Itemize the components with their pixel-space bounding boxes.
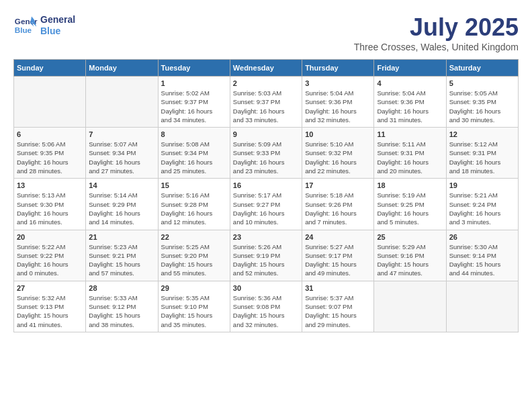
day-number: 13	[17, 181, 83, 189]
header-thursday: Thursday	[302, 60, 374, 77]
day-number: 9	[233, 130, 299, 138]
day-info: Sunrise: 5:27 AM Sunset: 9:17 PM Dayligh…	[305, 242, 371, 278]
calendar-cell: 29Sunrise: 5:35 AM Sunset: 9:10 PM Dayli…	[158, 281, 230, 332]
day-number: 31	[305, 284, 371, 292]
header-saturday: Saturday	[446, 60, 518, 77]
logo-line1: General	[40, 14, 75, 26]
calendar-cell: 6Sunrise: 5:06 AM Sunset: 9:35 PM Daylig…	[14, 128, 86, 179]
calendar-cell: 31Sunrise: 5:37 AM Sunset: 9:07 PM Dayli…	[302, 281, 374, 332]
title-block: July 2025 Three Crosses, Wales, United K…	[354, 13, 519, 52]
day-number: 1	[161, 79, 227, 87]
week-row-3: 20Sunrise: 5:22 AM Sunset: 9:22 PM Dayli…	[14, 230, 519, 281]
day-number: 29	[161, 284, 227, 292]
header-tuesday: Tuesday	[158, 60, 230, 77]
day-number: 12	[449, 130, 515, 138]
day-info: Sunrise: 5:21 AM Sunset: 9:24 PM Dayligh…	[449, 191, 515, 226]
day-number: 2	[233, 79, 299, 87]
day-number: 24	[305, 233, 371, 241]
calendar-cell: 3Sunrise: 5:04 AM Sunset: 9:36 PM Daylig…	[302, 77, 374, 128]
header-wednesday: Wednesday	[230, 60, 302, 77]
calendar-cell: 14Sunrise: 5:14 AM Sunset: 9:29 PM Dayli…	[86, 179, 158, 230]
day-info: Sunrise: 5:02 AM Sunset: 9:37 PM Dayligh…	[161, 89, 227, 124]
calendar-cell: 25Sunrise: 5:29 AM Sunset: 9:16 PM Dayli…	[374, 230, 446, 281]
day-info: Sunrise: 5:10 AM Sunset: 9:32 PM Dayligh…	[305, 140, 371, 175]
calendar-cell: 11Sunrise: 5:11 AM Sunset: 9:31 PM Dayli…	[374, 128, 446, 179]
day-info: Sunrise: 5:37 AM Sunset: 9:07 PM Dayligh…	[305, 293, 371, 329]
week-row-1: 6Sunrise: 5:06 AM Sunset: 9:35 PM Daylig…	[14, 128, 519, 179]
day-number: 23	[233, 233, 299, 241]
calendar-cell: 24Sunrise: 5:27 AM Sunset: 9:17 PM Dayli…	[302, 230, 374, 281]
logo: General Blue General Blue	[13, 13, 75, 38]
day-number: 28	[89, 284, 154, 292]
day-info: Sunrise: 5:35 AM Sunset: 9:10 PM Dayligh…	[161, 293, 227, 329]
day-number: 14	[89, 181, 154, 189]
day-info: Sunrise: 5:16 AM Sunset: 9:28 PM Dayligh…	[161, 191, 227, 226]
day-number: 19	[449, 181, 515, 189]
day-info: Sunrise: 5:19 AM Sunset: 9:25 PM Dayligh…	[377, 191, 443, 226]
calendar-cell	[86, 77, 158, 128]
day-number: 21	[89, 233, 154, 241]
calendar-cell: 18Sunrise: 5:19 AM Sunset: 9:25 PM Dayli…	[374, 179, 446, 230]
day-info: Sunrise: 5:05 AM Sunset: 9:35 PM Dayligh…	[449, 89, 515, 124]
calendar: SundayMondayTuesdayWednesdayThursdayFrid…	[13, 59, 519, 332]
header-friday: Friday	[374, 60, 446, 77]
calendar-cell	[374, 281, 446, 332]
calendar-cell: 13Sunrise: 5:13 AM Sunset: 9:30 PM Dayli…	[14, 179, 86, 230]
calendar-cell: 21Sunrise: 5:23 AM Sunset: 9:21 PM Dayli…	[86, 230, 158, 281]
calendar-cell: 20Sunrise: 5:22 AM Sunset: 9:22 PM Dayli…	[14, 230, 86, 281]
day-info: Sunrise: 5:08 AM Sunset: 9:34 PM Dayligh…	[161, 140, 227, 175]
day-info: Sunrise: 5:18 AM Sunset: 9:26 PM Dayligh…	[305, 191, 371, 226]
calendar-cell: 19Sunrise: 5:21 AM Sunset: 9:24 PM Dayli…	[446, 179, 518, 230]
day-info: Sunrise: 5:04 AM Sunset: 9:36 PM Dayligh…	[305, 89, 371, 124]
day-info: Sunrise: 5:36 AM Sunset: 9:08 PM Dayligh…	[233, 293, 299, 329]
logo-icon: General Blue	[13, 13, 38, 38]
calendar-cell: 4Sunrise: 5:04 AM Sunset: 9:36 PM Daylig…	[374, 77, 446, 128]
header-sunday: Sunday	[14, 60, 86, 77]
day-info: Sunrise: 5:23 AM Sunset: 9:21 PM Dayligh…	[89, 242, 154, 278]
day-info: Sunrise: 5:06 AM Sunset: 9:35 PM Dayligh…	[17, 140, 83, 175]
calendar-cell: 10Sunrise: 5:10 AM Sunset: 9:32 PM Dayli…	[302, 128, 374, 179]
day-number: 4	[377, 79, 443, 87]
location: Three Crosses, Wales, United Kingdom	[354, 42, 519, 52]
calendar-cell: 7Sunrise: 5:07 AM Sunset: 9:34 PM Daylig…	[86, 128, 158, 179]
day-number: 20	[17, 233, 83, 241]
calendar-header: SundayMondayTuesdayWednesdayThursdayFrid…	[14, 60, 519, 77]
day-info: Sunrise: 5:13 AM Sunset: 9:30 PM Dayligh…	[17, 191, 83, 226]
day-info: Sunrise: 5:26 AM Sunset: 9:19 PM Dayligh…	[233, 242, 299, 278]
day-info: Sunrise: 5:22 AM Sunset: 9:22 PM Dayligh…	[17, 242, 83, 278]
calendar-cell: 12Sunrise: 5:12 AM Sunset: 9:31 PM Dayli…	[446, 128, 518, 179]
day-number: 3	[305, 79, 371, 87]
day-info: Sunrise: 5:33 AM Sunset: 9:12 PM Dayligh…	[89, 293, 154, 329]
day-info: Sunrise: 5:32 AM Sunset: 9:13 PM Dayligh…	[17, 293, 83, 329]
day-number: 25	[377, 233, 443, 241]
calendar-cell: 8Sunrise: 5:08 AM Sunset: 9:34 PM Daylig…	[158, 128, 230, 179]
day-number: 6	[17, 130, 83, 138]
day-info: Sunrise: 5:14 AM Sunset: 9:29 PM Dayligh…	[89, 191, 154, 226]
day-info: Sunrise: 5:29 AM Sunset: 9:16 PM Dayligh…	[377, 242, 443, 278]
calendar-cell	[14, 77, 86, 128]
day-number: 5	[449, 79, 515, 87]
day-number: 10	[305, 130, 371, 138]
calendar-cell: 15Sunrise: 5:16 AM Sunset: 9:28 PM Dayli…	[158, 179, 230, 230]
day-number: 11	[377, 130, 443, 138]
day-number: 27	[17, 284, 83, 292]
calendar-cell: 27Sunrise: 5:32 AM Sunset: 9:13 PM Dayli…	[14, 281, 86, 332]
day-number: 26	[449, 233, 515, 241]
day-info: Sunrise: 5:17 AM Sunset: 9:27 PM Dayligh…	[233, 191, 299, 226]
calendar-cell	[446, 281, 518, 332]
calendar-cell: 17Sunrise: 5:18 AM Sunset: 9:26 PM Dayli…	[302, 179, 374, 230]
calendar-body: 1Sunrise: 5:02 AM Sunset: 9:37 PM Daylig…	[14, 77, 519, 332]
header-monday: Monday	[86, 60, 158, 77]
day-info: Sunrise: 5:04 AM Sunset: 9:36 PM Dayligh…	[377, 89, 443, 124]
week-row-4: 27Sunrise: 5:32 AM Sunset: 9:13 PM Dayli…	[14, 281, 519, 332]
day-info: Sunrise: 5:12 AM Sunset: 9:31 PM Dayligh…	[449, 140, 515, 175]
day-number: 18	[377, 181, 443, 189]
logo-line2: Blue	[40, 26, 75, 37]
calendar-cell: 23Sunrise: 5:26 AM Sunset: 9:19 PM Dayli…	[230, 230, 302, 281]
day-info: Sunrise: 5:03 AM Sunset: 9:37 PM Dayligh…	[233, 89, 299, 124]
month-title: July 2025	[354, 13, 519, 42]
calendar-cell: 9Sunrise: 5:09 AM Sunset: 9:33 PM Daylig…	[230, 128, 302, 179]
svg-text:Blue: Blue	[15, 26, 32, 34]
day-number: 7	[89, 130, 154, 138]
calendar-cell: 2Sunrise: 5:03 AM Sunset: 9:37 PM Daylig…	[230, 77, 302, 128]
